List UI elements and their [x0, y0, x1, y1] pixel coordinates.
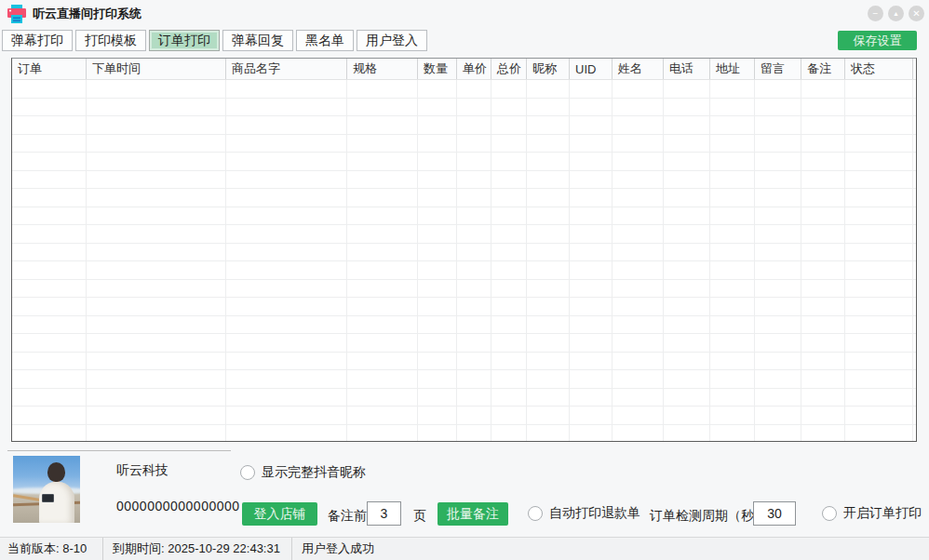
column-header-2[interactable]: 商品名字	[226, 59, 347, 79]
save-settings-button[interactable]: 保存设置	[838, 31, 917, 50]
table-cell	[755, 99, 801, 116]
table-cell	[755, 116, 801, 134]
table-cell	[87, 135, 226, 153]
login-shop-button[interactable]: 登入店铺	[242, 502, 317, 526]
radio-enable-order-print[interactable]: 开启订单打印	[822, 505, 922, 522]
table-cell	[347, 389, 418, 407]
table-cell	[87, 225, 226, 243]
radio-auto-print-refund[interactable]: 自动打印退款单	[528, 505, 640, 522]
table-cell	[801, 80, 845, 98]
table-row	[12, 244, 916, 262]
column-header-6[interactable]: 总价	[491, 59, 527, 79]
table-cell	[87, 370, 226, 388]
tab-2-active[interactable]: 订单打印	[149, 30, 220, 51]
column-header-4[interactable]: 数量	[418, 59, 457, 79]
column-header-3[interactable]: 规格	[347, 59, 418, 79]
column-header-11[interactable]: 地址	[710, 59, 755, 79]
table-row	[12, 261, 916, 280]
table-cell	[613, 80, 664, 98]
table-cell	[418, 316, 457, 334]
table-cell	[845, 80, 913, 98]
table-cell	[913, 135, 917, 153]
tab-3[interactable]: 弹幕回复	[222, 30, 293, 51]
column-header-0[interactable]: 订单	[12, 59, 87, 79]
table-cell	[913, 353, 917, 370]
table-cell	[801, 280, 845, 298]
table-cell	[710, 353, 755, 370]
table-cell	[664, 353, 710, 370]
batch-remark-button[interactable]: 批量备注	[438, 502, 508, 526]
table-cell	[801, 316, 845, 334]
close-icon[interactable]: ✕	[909, 6, 924, 21]
table-cell	[226, 370, 347, 388]
tab-1[interactable]: 打印模板	[75, 30, 146, 51]
table-cell	[913, 80, 917, 98]
order-check-period-input[interactable]	[753, 501, 796, 526]
column-header-15[interactable]	[913, 59, 917, 79]
minimize-icon[interactable]: −	[868, 6, 883, 21]
table-cell	[527, 80, 570, 98]
remark-pages-input[interactable]	[367, 501, 401, 526]
table-cell	[418, 389, 457, 407]
table-cell	[570, 207, 613, 225]
table-cell	[527, 261, 570, 279]
table-cell	[801, 370, 845, 388]
column-header-5[interactable]: 单价	[457, 59, 491, 79]
table-cell	[664, 389, 710, 407]
table-cell	[664, 334, 710, 352]
column-header-8[interactable]: UID	[570, 59, 613, 79]
table-row	[12, 80, 916, 99]
table-cell	[527, 370, 570, 388]
table-cell	[12, 207, 87, 225]
table-cell	[710, 80, 755, 98]
table-cell	[913, 189, 917, 207]
table-cell	[527, 99, 570, 116]
table-cell	[527, 207, 570, 225]
table-row	[12, 280, 916, 299]
column-header-1[interactable]: 下单时间	[87, 59, 226, 79]
table-cell	[710, 334, 755, 352]
table-cell	[226, 171, 347, 189]
table-cell	[418, 353, 457, 370]
table-cell	[613, 407, 664, 424]
table-row	[12, 407, 916, 425]
table-cell	[710, 389, 755, 407]
table-cell	[226, 80, 347, 98]
table-cell	[570, 298, 613, 315]
table-cell	[347, 261, 418, 279]
table-cell	[347, 316, 418, 334]
column-header-10[interactable]: 电话	[664, 59, 710, 79]
table-cell	[347, 334, 418, 352]
table-cell	[87, 171, 226, 189]
maximize-icon[interactable]: ▲	[888, 6, 904, 21]
table-cell	[491, 407, 527, 424]
table-cell	[755, 207, 801, 225]
table-cell	[664, 99, 710, 116]
tab-0[interactable]: 弹幕打印	[2, 30, 73, 51]
table-cell	[527, 316, 570, 334]
table-cell	[570, 99, 613, 116]
table-cell	[12, 189, 87, 207]
status-login-message: 用户登入成功	[292, 540, 384, 557]
column-header-12[interactable]: 留言	[755, 59, 801, 79]
column-header-14[interactable]: 状态	[845, 59, 913, 79]
table-cell	[570, 189, 613, 207]
table-cell	[12, 353, 87, 370]
table-cell	[87, 99, 226, 116]
table-cell	[913, 425, 917, 443]
status-bar: 当前版本: 8-10 到期时间: 2025-10-29 22:43:31 用户登…	[0, 537, 929, 560]
table-cell	[664, 116, 710, 134]
table-cell	[418, 425, 457, 443]
table-cell	[87, 316, 226, 334]
column-header-7[interactable]: 昵称	[527, 59, 570, 79]
table-cell	[801, 189, 845, 207]
column-header-13[interactable]: 备注	[801, 59, 845, 79]
column-header-9[interactable]: 姓名	[613, 59, 664, 79]
tab-5[interactable]: 用户登入	[357, 30, 427, 51]
table-cell	[664, 316, 710, 334]
radio-show-full-nickname[interactable]: 显示完整抖音昵称	[240, 464, 366, 481]
table-cell	[845, 425, 913, 443]
table-cell	[845, 370, 913, 388]
tab-4[interactable]: 黑名单	[296, 30, 354, 51]
table-body	[12, 80, 916, 442]
